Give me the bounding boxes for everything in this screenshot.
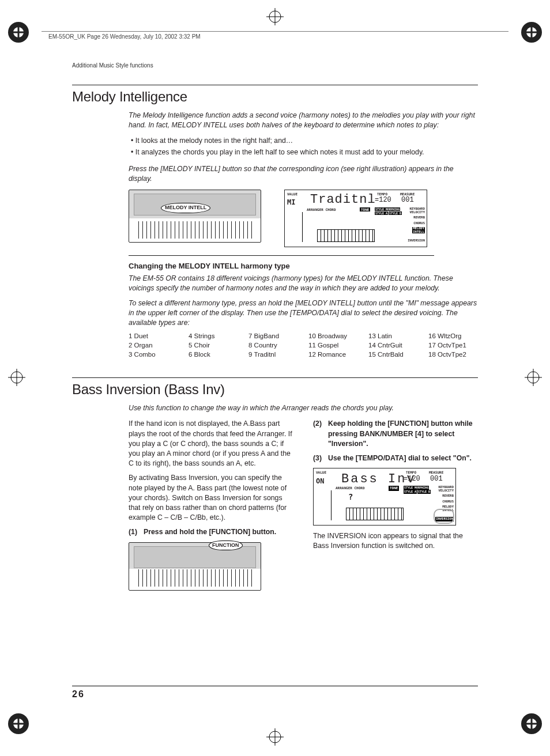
list-item: • It looks at the melody notes in the ri… xyxy=(138,136,478,146)
body-paragraph: By activating Bass Inversion, you can sp… xyxy=(129,473,292,523)
lcd-chord: ? xyxy=(348,492,353,503)
step: (2) Keep holding the [FUNCTION] button w… xyxy=(313,419,477,449)
lcd-label: MEASURE xyxy=(400,192,415,196)
lcd-label: VALUE xyxy=(316,470,326,475)
body-paragraph: If the hand icon is not displayed, the A… xyxy=(129,419,292,468)
voice-cell: 9 Traditnl xyxy=(248,351,298,358)
reg-mark-icon xyxy=(7,21,30,44)
step-number: (1) xyxy=(129,527,144,537)
body-paragraph: To select a different harmony type, pres… xyxy=(129,298,478,328)
voice-cell: 8 Country xyxy=(248,342,298,349)
lcd-label: STYLE MORPHING xyxy=(375,207,400,211)
keyboard-illustration: MELODY INTELL xyxy=(129,190,261,243)
voice-cell: 14 CntrGuit xyxy=(368,342,418,349)
section-heading: Melody Intelligence xyxy=(72,89,478,105)
voice-cell: 3 Combo xyxy=(129,351,178,358)
lcd-on: ON xyxy=(316,477,324,486)
voice-cell: 13 Latin xyxy=(368,332,418,339)
lcd-label: TONE xyxy=(360,207,370,211)
lcd-label: REVERB xyxy=(413,216,425,219)
lcd-label: TEMPO xyxy=(377,192,387,196)
callout-bubble: FUNCTION xyxy=(209,540,243,550)
crop-mark-icon xyxy=(266,728,284,748)
svg-rect-7 xyxy=(522,32,541,33)
step: (3) Use the [TEMPO/DATA] dial to select … xyxy=(313,453,477,463)
lcd-label: TONE xyxy=(389,486,399,490)
lcd-label: STYLE MORPHING xyxy=(404,486,429,490)
crop-mark-icon xyxy=(266,8,284,28)
lcd-label: VALUE xyxy=(287,192,297,196)
lcd-measure: 001 xyxy=(430,474,443,484)
lcd-label: STYLE A xyxy=(404,490,417,494)
lcd-label: STYLE B xyxy=(389,211,402,215)
step-number: (3) xyxy=(313,453,328,463)
voice-cell: 12 Romance xyxy=(308,351,358,358)
voice-cell: 4 Strings xyxy=(189,332,238,339)
lcd-label: STYLE A xyxy=(375,211,388,215)
header-rule xyxy=(42,31,508,32)
voice-cell: 15 CntrBald xyxy=(368,351,418,358)
page: EM-55OR_UK Page 26 Wednesday, July 10, 2… xyxy=(0,0,550,756)
reg-mark-icon xyxy=(520,712,543,735)
voice-cell: 2 Organ xyxy=(129,342,178,349)
voice-cell: 5 Choir xyxy=(189,342,238,349)
callout-bubble: MELODY INTELL xyxy=(161,203,210,213)
voice-cell: 7 BigBand xyxy=(248,332,298,339)
lcd-label: CHORUS xyxy=(442,500,454,504)
lcd-label: STYLE B xyxy=(417,490,431,494)
doc-header: EM-55OR_UK Page 26 Wednesday, July 10, 2… xyxy=(48,33,201,40)
body-paragraph: The INVERSION icon appears to signal tha… xyxy=(313,531,477,551)
section-heading: Bass Inversion (Bass Inv) xyxy=(72,381,478,398)
keyboard-illustration: FUNCTION xyxy=(129,542,261,591)
svg-rect-11 xyxy=(9,723,28,725)
voice-table: 1 Duet 4 Strings 7 BigBand 10 Broadway 1… xyxy=(129,332,478,358)
hairline-rule xyxy=(129,255,434,256)
subheading: Changing the MELODY INTELL harmony type xyxy=(129,262,478,270)
content-area: Additional Music Style functions Melody … xyxy=(72,62,478,591)
svg-rect-15 xyxy=(522,723,541,725)
crop-mark-icon xyxy=(8,369,25,388)
step-text: Press and hold the [FUNCTION] button. xyxy=(144,527,276,537)
bullet-text: It looks at the melody notes in the righ… xyxy=(135,137,293,145)
lcd-label: REVERB xyxy=(442,494,454,498)
step-text: Keep holding the [FUNCTION] button while… xyxy=(328,419,477,449)
running-head: Additional Music Style functions xyxy=(72,62,478,69)
bullet-text: It analyzes the chords you play in the l… xyxy=(135,148,424,156)
voice-cell: 18 OctvTpe2 xyxy=(428,351,478,358)
section-rule xyxy=(72,377,478,378)
body-paragraph: Press the [MELODY INTELL] button so that… xyxy=(129,164,478,184)
voice-cell: 10 Broadway xyxy=(308,332,358,339)
lcd-measure: 001 xyxy=(401,196,414,204)
lcd-illustration: VALUE ON Bass Inv TEMPO =120 MEASURE 001… xyxy=(313,468,456,526)
voice-cell: 17 OctvTpe1 xyxy=(428,342,478,349)
lcd-label: INVERSION xyxy=(408,239,425,242)
svg-rect-3 xyxy=(9,32,28,33)
lcd-tempo: 120 xyxy=(408,475,420,483)
step-text: Use the [TEMPO/DATA] dial to select "On"… xyxy=(328,453,472,463)
left-column: If the hand icon is not displayed, the A… xyxy=(129,419,292,590)
figure-row: MELODY INTELL VALUE MI Traditnl TEMPO =1… xyxy=(129,190,478,247)
lcd-label: ARRANGER CHORD xyxy=(307,207,336,211)
footer-rule xyxy=(72,686,478,688)
lcd-label: CHORUS xyxy=(413,221,425,225)
step-number: (2) xyxy=(313,419,328,449)
body-paragraph: The EM-55 OR contains 18 different voici… xyxy=(129,274,478,293)
lcd-tempo: 120 xyxy=(379,196,391,204)
lcd-label: KEYBOARDVELOCITY xyxy=(439,486,454,492)
lcd-illustration: VALUE MI Traditnl TEMPO =120 MEASURE 001… xyxy=(284,190,427,247)
voice-cell: 1 Duet xyxy=(129,332,178,339)
intro-paragraph: Use this function to change the way in w… xyxy=(129,403,478,413)
lcd-label: MELODYINTELL xyxy=(412,227,425,233)
reg-mark-icon xyxy=(520,21,543,44)
list-item: • It analyzes the chords you play in the… xyxy=(138,148,478,157)
lcd-label: KEYBOARDVELOCITY xyxy=(410,207,425,214)
lcd-main-text: Traditnl xyxy=(310,192,376,207)
lcd-mi: MI xyxy=(287,198,295,206)
voice-cell: 16 WltzOrg xyxy=(428,332,478,339)
voice-cell: 6 Block xyxy=(189,351,238,358)
page-number: 26 xyxy=(72,689,85,700)
step: (1) Press and hold the [FUNCTION] button… xyxy=(129,527,292,537)
voice-cell: 11 Gospel xyxy=(308,342,358,349)
reg-mark-icon xyxy=(7,712,30,735)
section-rule xyxy=(72,85,478,85)
